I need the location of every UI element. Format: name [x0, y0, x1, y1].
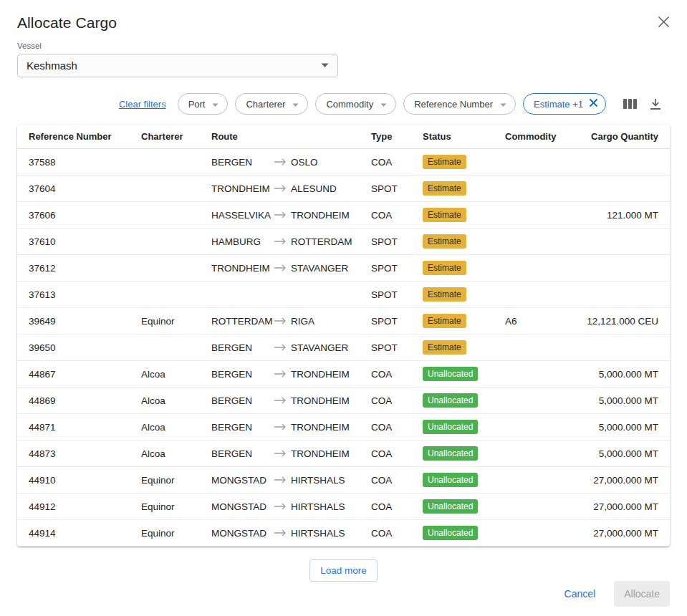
commodity-cell	[494, 149, 577, 175]
vessel-select[interactable]: Keshmash	[17, 54, 338, 77]
status-badge: Unallocated	[423, 499, 478, 514]
cargo-quantity-cell: 5,000.000 MT	[577, 441, 670, 467]
route-arrow-icon	[274, 370, 291, 377]
table-row[interactable]: 37606HASSELVIKATRONDHEIMCOAEstimate121.0…	[17, 202, 670, 228]
route-to: STAVANGER	[291, 342, 360, 353]
download-icon[interactable]	[647, 95, 664, 113]
type-cell: SPOT	[360, 335, 411, 361]
reference-number-cell: 37588	[17, 149, 130, 175]
table-row[interactable]: 37610HAMBURGROTTERDAMSPOTEstimate	[17, 228, 670, 255]
vessel-select-value: Keshmash	[27, 59, 77, 72]
load-more-button[interactable]: Load more	[309, 559, 378, 582]
reference-number-cell: 39650	[17, 335, 130, 361]
route-cell: BERGENTRONDHEIM	[200, 414, 360, 441]
commodity-cell	[494, 228, 577, 255]
commodity-cell	[494, 202, 577, 228]
status-badge: Unallocated	[423, 367, 478, 381]
route-arrow-icon	[274, 397, 291, 404]
route-arrow-icon	[274, 423, 291, 430]
charterer-cell: Alcoa	[130, 388, 200, 414]
table-row[interactable]: 37604TRONDHEIMALESUNDSPOTEstimate	[17, 175, 670, 202]
commodity-cell	[494, 441, 577, 467]
reference-number-cell: 37604	[17, 175, 130, 202]
cancel-button[interactable]: Cancel	[562, 584, 599, 604]
type-cell: COA	[360, 388, 411, 414]
type-cell: COA	[360, 149, 411, 175]
route-to: TRONDHEIM	[291, 369, 360, 380]
status-badge: Estimate	[423, 261, 466, 275]
dialog-header: Allocate Cargo	[17, 14, 670, 32]
close-icon[interactable]	[589, 98, 598, 110]
filter-chip-commodity[interactable]: Commodity	[315, 93, 396, 115]
vessel-label: Vessel	[17, 42, 670, 50]
type-cell: SPOT	[360, 281, 411, 308]
route-cell: ROTTERDAMRIGA	[200, 308, 360, 335]
status-badge: Unallocated	[423, 526, 478, 540]
reference-number-cell: 44914	[17, 520, 130, 547]
dialog-footer: Cancel Allocate	[562, 581, 670, 607]
filter-chip-reference-number[interactable]: Reference Number	[403, 93, 516, 115]
route-to: ALESUND	[291, 183, 360, 194]
route-cell: BERGENTRONDHEIM	[200, 361, 360, 388]
charterer-cell: Alcoa	[130, 414, 200, 441]
clear-filters-link[interactable]: Clear filters	[119, 99, 166, 110]
table-row[interactable]: 37588BERGENOSLOCOAEstimate	[17, 149, 670, 175]
filter-chip-charterer[interactable]: Charterer	[235, 93, 308, 115]
route-to: HIRTSHALS	[291, 475, 360, 486]
table-row[interactable]: 44914EquinorMONGSTADHIRTSHALSCOAUnalloca…	[17, 520, 670, 547]
type-cell: COA	[360, 202, 411, 228]
route-from: MONGSTAD	[211, 501, 274, 512]
filter-chip-port[interactable]: Port	[178, 93, 229, 115]
table-row[interactable]: 39650BERGENSTAVANGERSPOTEstimate	[17, 335, 670, 361]
columns-icon[interactable]	[620, 95, 640, 112]
cargo-table: Reference Number Charterer Route Type St…	[17, 125, 670, 547]
route-cell: TRONDHEIMSTAVANGER	[200, 255, 360, 281]
status-badge: Estimate	[423, 234, 466, 249]
status-cell: Unallocated	[411, 361, 494, 388]
reference-number-cell: 44871	[17, 414, 130, 441]
route-to: RIGA	[291, 316, 360, 327]
table-row[interactable]: 37612TRONDHEIMSTAVANGERSPOTEstimate	[17, 255, 670, 281]
route-arrow-icon	[274, 264, 291, 271]
status-cell: Estimate	[411, 175, 494, 202]
filter-chip-estimate-active[interactable]: Estimate +1	[523, 93, 606, 115]
close-icon[interactable]	[655, 13, 673, 31]
reference-number-cell: 44873	[17, 441, 130, 467]
chevron-down-icon	[292, 99, 299, 110]
route-cell	[200, 281, 360, 308]
route-to: STAVANGER	[291, 263, 360, 274]
route-arrow-icon	[274, 238, 291, 245]
reference-number-cell: 39649	[17, 308, 130, 335]
route-from: HASSELVIKA	[211, 210, 274, 221]
table-row[interactable]: 44867AlcoaBERGENTRONDHEIMCOAUnallocated5…	[17, 361, 670, 388]
table-row[interactable]: 44912EquinorMONGSTADHIRTSHALSCOAUnalloca…	[17, 494, 670, 520]
table-row[interactable]: 44869AlcoaBERGENTRONDHEIMCOAUnallocated5…	[17, 388, 670, 414]
type-cell: COA	[360, 467, 411, 494]
allocate-button[interactable]: Allocate	[614, 581, 670, 607]
cargo-quantity-cell	[577, 149, 670, 175]
commodity-cell	[494, 388, 577, 414]
col-charterer: Charterer	[130, 125, 200, 149]
type-cell: COA	[360, 361, 411, 388]
route-to: TRONDHEIM	[291, 422, 360, 433]
route-cell: BERGENTRONDHEIM	[200, 388, 360, 414]
table-row[interactable]: 37613SPOTEstimate	[17, 281, 670, 308]
filter-chip-label: Commodity	[326, 99, 373, 110]
commodity-cell	[494, 494, 577, 520]
table-row[interactable]: 44873AlcoaBERGENTRONDHEIMCOAUnallocated5…	[17, 441, 670, 467]
status-badge: Estimate	[423, 155, 466, 169]
status-cell: Estimate	[411, 149, 494, 175]
charterer-cell	[130, 255, 200, 281]
route-cell: MONGSTADHIRTSHALS	[200, 520, 360, 547]
col-status: Status	[411, 125, 494, 149]
reference-number-cell: 44912	[17, 494, 130, 520]
col-commodity: Commodity	[494, 125, 577, 149]
table-row[interactable]: 39649EquinorROTTERDAMRIGASPOTEstimateA61…	[17, 308, 670, 335]
table-row[interactable]: 44910EquinorMONGSTADHIRTSHALSCOAUnalloca…	[17, 467, 670, 494]
col-reference-number: Reference Number	[17, 125, 130, 149]
vessel-field: Vessel Keshmash	[17, 42, 670, 77]
reference-number-cell: 44869	[17, 388, 130, 414]
table-row[interactable]: 44871AlcoaBERGENTRONDHEIMCOAUnallocated5…	[17, 414, 670, 441]
load-more-wrap: Load more	[17, 559, 670, 582]
cargo-quantity-cell: 5,000.000 MT	[577, 361, 670, 388]
